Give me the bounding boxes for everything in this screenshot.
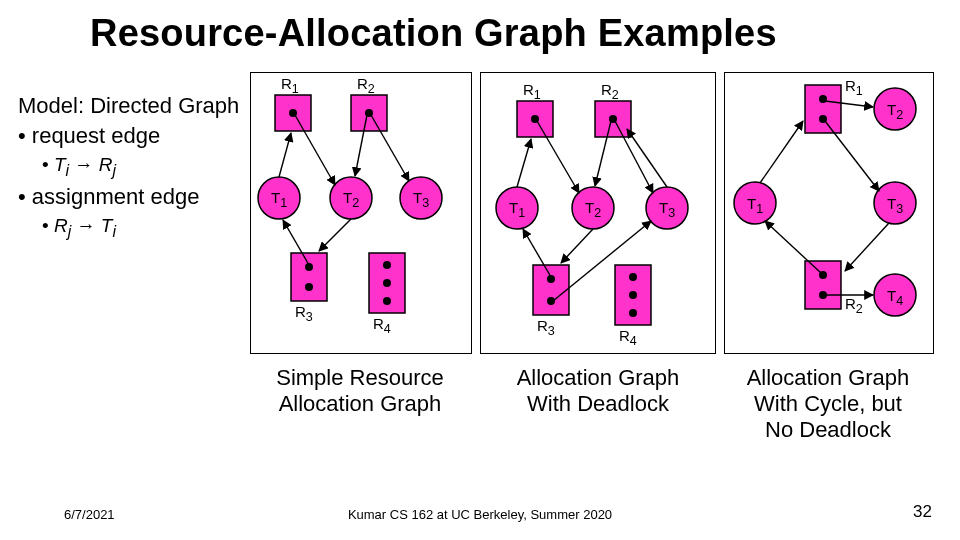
label-T1: T1 bbox=[271, 189, 287, 210]
svg-line-54 bbox=[825, 121, 879, 191]
svg-line-38 bbox=[627, 129, 667, 187]
label-T3: T3 bbox=[659, 199, 675, 220]
svg-line-19 bbox=[319, 219, 351, 251]
svg-rect-45 bbox=[805, 261, 841, 309]
diagram-panel-simple: R1 R2 T1 T2 T3 R3 R4 bbox=[250, 72, 472, 354]
label-R4: R4 bbox=[373, 315, 391, 336]
label-R2: R2 bbox=[601, 81, 619, 102]
caption-simple: Simple Resource Allocation Graph bbox=[260, 365, 460, 417]
svg-line-56 bbox=[765, 221, 821, 273]
svg-point-31 bbox=[629, 273, 637, 281]
svg-rect-27 bbox=[533, 265, 569, 315]
model-sub-request: • Ti → Rj bbox=[18, 153, 239, 181]
svg-line-35 bbox=[537, 121, 579, 193]
footer-center: Kumar CS 162 at UC Berkeley, Summer 2020 bbox=[0, 507, 960, 522]
svg-point-12 bbox=[383, 279, 391, 287]
svg-point-32 bbox=[629, 291, 637, 299]
diagram-panel-deadlock: R1 R2 T1 T2 T3 R3 R4 bbox=[480, 72, 716, 354]
label-T1: T1 bbox=[747, 195, 763, 216]
svg-line-17 bbox=[371, 115, 409, 181]
slide: Resource-Allocation Graph Examples Model… bbox=[0, 0, 960, 540]
label-T3: T3 bbox=[413, 189, 429, 210]
slide-title: Resource-Allocation Graph Examples bbox=[90, 12, 777, 55]
label-R1: R1 bbox=[281, 75, 299, 96]
label-R3: R3 bbox=[295, 303, 313, 324]
model-sub-assign: • Rj → Ti bbox=[18, 214, 239, 242]
svg-line-52 bbox=[760, 121, 803, 183]
svg-line-37 bbox=[615, 121, 653, 193]
caption-cycle-no-deadlock: Allocation Graph With Cycle, but No Dead… bbox=[724, 365, 932, 443]
svg-point-33 bbox=[629, 309, 637, 317]
diagram-simple bbox=[251, 73, 471, 353]
label-T2: T2 bbox=[585, 199, 601, 220]
svg-line-15 bbox=[295, 115, 335, 185]
svg-rect-42 bbox=[805, 85, 841, 133]
label-T1: T1 bbox=[509, 199, 525, 220]
label-R1: R1 bbox=[523, 81, 541, 102]
label-T3: T3 bbox=[887, 195, 903, 216]
svg-point-11 bbox=[383, 261, 391, 269]
label-T4: T4 bbox=[887, 287, 903, 308]
svg-line-55 bbox=[845, 223, 889, 271]
model-line1: Model: Directed Graph bbox=[18, 92, 239, 120]
model-bullet-assign: • assignment edge bbox=[18, 183, 239, 211]
footer-page: 32 bbox=[913, 502, 932, 522]
label-R2: R2 bbox=[845, 295, 863, 316]
svg-line-40 bbox=[561, 229, 593, 263]
model-text: Model: Directed Graph • request edge • T… bbox=[18, 92, 239, 242]
label-R3: R3 bbox=[537, 317, 555, 338]
svg-rect-7 bbox=[291, 253, 327, 301]
svg-point-9 bbox=[305, 283, 313, 291]
caption-deadlock: Allocation Graph With Deadlock bbox=[488, 365, 708, 417]
diagram-panel-cycle-no-deadlock: R1 T1 T2 T3 T4 R2 bbox=[724, 72, 934, 354]
svg-point-13 bbox=[383, 297, 391, 305]
svg-line-34 bbox=[517, 139, 531, 187]
label-R1: R1 bbox=[845, 77, 863, 98]
model-bullet-request: • request edge bbox=[18, 122, 239, 150]
label-T2: T2 bbox=[343, 189, 359, 210]
svg-line-14 bbox=[279, 133, 291, 177]
label-R2: R2 bbox=[357, 75, 375, 96]
label-R4: R4 bbox=[619, 327, 637, 348]
label-T2: T2 bbox=[887, 101, 903, 122]
